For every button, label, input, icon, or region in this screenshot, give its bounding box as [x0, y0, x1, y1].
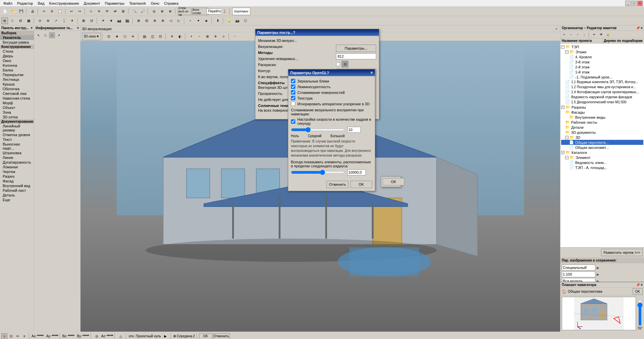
org-tb1[interactable]: + [561, 32, 567, 38]
tree-facades[interactable]: 📁 Фасады [561, 110, 643, 115]
zoom-out-btn[interactable]: 🔎 [139, 8, 146, 15]
opengl-ok-btn[interactable]: OK [350, 181, 372, 188]
menu-window[interactable]: Окно [149, 1, 161, 6]
tool-opt-2[interactable]: □ [42, 32, 48, 38]
tree-dendro[interactable]: 📄 1.5 Дендрологический план М1:500 [561, 100, 643, 105]
view-facade-btn[interactable]: ▦ [25, 17, 32, 24]
export3d-btn[interactable]: ⬆ [214, 17, 221, 24]
zoom-next-btn[interactable]: ▷ [175, 17, 183, 24]
tool-door[interactable]: Дверь [0, 54, 34, 58]
stairmaker-btn[interactable]: StairMaker [232, 8, 250, 15]
nav-pin-btn[interactable]: 📌 [636, 283, 640, 287]
expand-3d[interactable]: − [565, 136, 568, 139]
menu-editor[interactable]: Редактор [15, 1, 35, 6]
org-close-btn[interactable]: × [641, 26, 643, 30]
fps-slider[interactable] [291, 127, 345, 132]
info-panel-close-btn[interactable]: × [77, 26, 79, 30]
radio-option1[interactable] [336, 62, 340, 66]
movie-btn[interactable]: 🎬 [123, 17, 131, 24]
fly-btn[interactable]: ✈ [68, 17, 76, 24]
tree-roof[interactable]: 📄 4. Кровля [561, 54, 643, 59]
tool-arc[interactable]: Дуга/окружность [0, 160, 34, 165]
dialog-small-ok[interactable]: ОК [381, 176, 401, 187]
nav-close-btn[interactable]: × [641, 283, 643, 287]
opengl-cancel-btn[interactable]: Отменить [327, 181, 348, 188]
tree-3d[interactable]: − 📁 3D [561, 135, 643, 140]
open-btn[interactable]: 📂 [9, 8, 17, 15]
section3d-btn[interactable]: ⊠ [80, 17, 87, 24]
cb-smooth[interactable] [291, 90, 295, 95]
tool-more[interactable]: Еще [0, 197, 34, 202]
small-ok-btn[interactable]: ОК [383, 178, 404, 185]
bt2[interactable]: ⊡ [8, 333, 14, 339]
explode-btn[interactable]: ⋆ [187, 17, 194, 24]
snap3-btn[interactable]: ⊗ [166, 8, 174, 15]
org-tb5[interactable]: ✏ [591, 32, 597, 38]
view-section-btn[interactable]: ⊟ [17, 17, 24, 24]
fps-value-input[interactable] [347, 127, 361, 133]
zoom-all-btn[interactable]: ⊕ [159, 17, 166, 24]
tree-tep-area[interactable]: 📄 ТЭП - А. площад... [561, 165, 643, 170]
vp-pan-btn[interactable]: ✛ [212, 33, 219, 40]
bt4[interactable]: ≡ [21, 333, 28, 339]
menu-params[interactable]: Параметры [103, 1, 127, 6]
tool-slab[interactable]: Перекрытие [0, 72, 34, 77]
tool-text[interactable]: Текст [0, 137, 34, 142]
walk-mode-btn[interactable]: 🚶 [60, 17, 68, 24]
paste-btn[interactable]: 📋 [56, 8, 64, 15]
cut-btn[interactable]: ✂ [40, 8, 48, 15]
tool-column[interactable]: Колонна [0, 63, 34, 68]
tool-morph[interactable]: Морф [0, 101, 34, 105]
tree-floor3[interactable]: 📄 3-й этаж [561, 59, 643, 64]
bottom-ok-btn[interactable]: OK [199, 333, 212, 339]
rotate-btn[interactable]: ⟳ [103, 8, 111, 15]
section3d2-btn[interactable]: ⊡ [88, 17, 95, 24]
vp-zoom-in-btn[interactable]: + [188, 33, 195, 40]
menu-file[interactable]: Файл [1, 1, 14, 6]
orbit2-btn[interactable]: ⊚ [44, 17, 52, 24]
tool-dim[interactable]: Линейный размер [0, 124, 34, 132]
dialog-opengl-help[interactable]: ? [327, 71, 329, 75]
orbit-btn[interactable]: ⊙ [36, 17, 44, 24]
render-btn[interactable]: ★ [107, 17, 115, 24]
nav-angle-slider[interactable] [637, 299, 643, 326]
bt3[interactable]: ✏ [15, 333, 21, 339]
tilt-btn[interactable]: ↗ [52, 17, 60, 24]
org-tb3[interactable]: ↑ [575, 32, 581, 38]
tool-opt-3[interactable]: ○ [49, 32, 55, 38]
vp-scan-btn[interactable]: ⬡ [121, 33, 129, 40]
vp-filter-btn[interactable]: ▤ [141, 33, 148, 40]
viewport-close-btn[interactable]: × [554, 26, 559, 31]
vp-fit-btn[interactable]: ⊞ [204, 33, 211, 40]
tool-skylight[interactable]: Световой люк [0, 91, 34, 96]
tree-element[interactable]: − 📁 Элемент [561, 155, 643, 160]
tool-level[interactable]: Отметка уровня [0, 132, 34, 137]
vp-select-btn[interactable]: ⊹ [220, 33, 227, 40]
zoom-in-btn[interactable]: 🔍 [131, 8, 138, 15]
vp-fly-btn[interactable]: ✈ [129, 33, 137, 40]
menu-help[interactable]: Справка [162, 1, 181, 6]
tree-sections[interactable]: + 📁 Разрезы [561, 105, 643, 110]
view-3d-btn[interactable]: □ [9, 17, 16, 24]
panel-close-btn[interactable]: × [31, 26, 33, 30]
tool-3dgrid[interactable]: 3D-сетка [0, 115, 34, 119]
param-scale-arrow[interactable]: ▶ [597, 273, 599, 276]
tree-axo[interactable]: 📄 Общая аксономет... [561, 145, 643, 150]
tree-3ddocs[interactable]: 📁 3D-документы [561, 130, 643, 135]
tree-vednaruzhoff[interactable]: 📄 Ведомость наружной отделки фасадов [561, 95, 643, 100]
expand-floors[interactable]: − [565, 50, 568, 54]
redo-btn[interactable]: ↪ [76, 8, 83, 15]
tree-basement[interactable]: 📄 -1. Подземный уров... [561, 74, 643, 79]
new-btn[interactable]: 📄 [1, 8, 9, 15]
undo-btn[interactable]: ↩ [68, 8, 75, 15]
close-btn[interactable]: × [637, 1, 643, 6]
tree-floors[interactable]: − 📁 Этажи [561, 49, 643, 54]
move-btn[interactable]: ✛ [95, 8, 103, 15]
menu-document[interactable]: Документ [82, 1, 102, 6]
tool-zone[interactable]: Зона [0, 110, 34, 115]
vp-render-btn[interactable]: ★ [113, 33, 120, 40]
bt1[interactable]: ⊹ [1, 333, 7, 339]
nav-ok-btn[interactable]: OK [633, 288, 643, 294]
tree-photo[interactable]: 📄 1.4 Фотофиксация сортов проектируемых.… [561, 90, 643, 95]
place-drawing-btn[interactable]: Разместить чертеж >>> [601, 249, 643, 256]
